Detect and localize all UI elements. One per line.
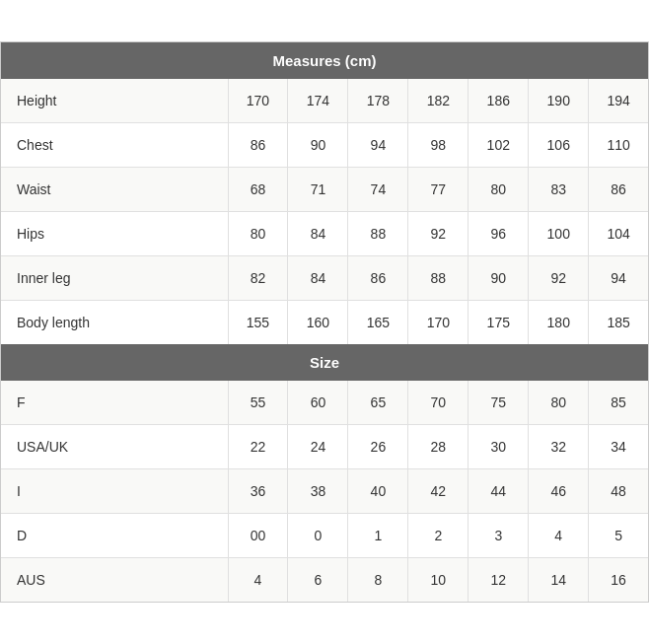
cell-value: 8 bbox=[348, 558, 408, 603]
table-row: Inner leg82848688909294 bbox=[1, 256, 648, 301]
cell-value: 110 bbox=[589, 123, 648, 168]
row-label: Waist bbox=[1, 168, 228, 212]
size-header: Size bbox=[1, 344, 648, 381]
cell-value: 74 bbox=[348, 168, 408, 212]
row-label: F bbox=[1, 381, 228, 425]
cell-value: 42 bbox=[408, 469, 469, 514]
cell-value: 170 bbox=[408, 301, 469, 345]
cell-value: 104 bbox=[589, 212, 648, 256]
table-row: AUS46810121416 bbox=[1, 558, 648, 603]
cell-value: 48 bbox=[589, 469, 648, 514]
cell-value: 92 bbox=[529, 256, 589, 301]
cell-value: 38 bbox=[288, 469, 348, 514]
cell-value: 100 bbox=[529, 212, 589, 256]
cell-value: 70 bbox=[408, 381, 469, 425]
cell-value: 102 bbox=[469, 123, 529, 168]
table-row: Body length155160165170175180185 bbox=[1, 301, 648, 345]
cell-value: 174 bbox=[288, 79, 348, 123]
row-label: AUS bbox=[1, 558, 228, 603]
cell-value: 55 bbox=[228, 381, 288, 425]
cell-value: 194 bbox=[589, 79, 648, 123]
cell-value: 165 bbox=[348, 301, 408, 345]
cell-value: 88 bbox=[408, 256, 469, 301]
cell-value: 68 bbox=[228, 168, 288, 212]
cell-value: 86 bbox=[589, 168, 648, 212]
table-row: Height170174178182186190194 bbox=[1, 79, 648, 123]
cell-value: 182 bbox=[408, 79, 469, 123]
row-label: USA/UK bbox=[1, 425, 228, 469]
cell-value: 86 bbox=[228, 123, 288, 168]
cell-value: 3 bbox=[469, 514, 529, 558]
cell-value: 4 bbox=[529, 514, 589, 558]
row-label: Chest bbox=[1, 123, 228, 168]
table-row: Waist68717477808386 bbox=[1, 168, 648, 212]
cell-value: 170 bbox=[228, 79, 288, 123]
cell-value: 24 bbox=[288, 425, 348, 469]
cell-value: 77 bbox=[408, 168, 469, 212]
row-label: D bbox=[1, 514, 228, 558]
cell-value: 80 bbox=[469, 168, 529, 212]
cell-value: 36 bbox=[228, 469, 288, 514]
cell-value: 4 bbox=[228, 558, 288, 603]
cell-value: 80 bbox=[529, 381, 589, 425]
cell-value: 44 bbox=[469, 469, 529, 514]
cell-value: 88 bbox=[348, 212, 408, 256]
cell-value: 85 bbox=[589, 381, 648, 425]
cell-value: 80 bbox=[228, 212, 288, 256]
cell-value: 40 bbox=[348, 469, 408, 514]
table-row: Chest86909498102106110 bbox=[1, 123, 648, 168]
row-label: Hips bbox=[1, 212, 228, 256]
cell-value: 98 bbox=[408, 123, 469, 168]
cell-value: 190 bbox=[529, 79, 589, 123]
cell-value: 175 bbox=[469, 301, 529, 345]
row-label: I bbox=[1, 469, 228, 514]
row-label: Inner leg bbox=[1, 256, 228, 301]
table-row: F55606570758085 bbox=[1, 381, 648, 425]
cell-value: 2 bbox=[408, 514, 469, 558]
cell-value: 83 bbox=[529, 168, 589, 212]
cell-value: 96 bbox=[469, 212, 529, 256]
cell-value: 84 bbox=[288, 212, 348, 256]
cell-value: 155 bbox=[228, 301, 288, 345]
cell-value: 185 bbox=[589, 301, 648, 345]
cell-value: 92 bbox=[408, 212, 469, 256]
cell-value: 30 bbox=[469, 425, 529, 469]
cell-value: 6 bbox=[288, 558, 348, 603]
cell-value: 65 bbox=[348, 381, 408, 425]
cell-value: 12 bbox=[469, 558, 529, 603]
row-label: Body length bbox=[1, 301, 228, 345]
cell-value: 106 bbox=[529, 123, 589, 168]
cell-value: 180 bbox=[529, 301, 589, 345]
cell-value: 14 bbox=[529, 558, 589, 603]
cell-value: 94 bbox=[589, 256, 648, 301]
cell-value: 178 bbox=[348, 79, 408, 123]
cell-value: 60 bbox=[288, 381, 348, 425]
cell-value: 90 bbox=[288, 123, 348, 168]
cell-value: 26 bbox=[348, 425, 408, 469]
cell-value: 46 bbox=[529, 469, 589, 514]
cell-value: 32 bbox=[529, 425, 589, 469]
cell-value: 186 bbox=[469, 79, 529, 123]
cell-value: 34 bbox=[589, 425, 648, 469]
cell-value: 84 bbox=[288, 256, 348, 301]
cell-value: 86 bbox=[348, 256, 408, 301]
table-row: USA/UK22242628303234 bbox=[1, 425, 648, 469]
table-row: D00012345 bbox=[1, 514, 648, 558]
cell-value: 94 bbox=[348, 123, 408, 168]
cell-value: 5 bbox=[589, 514, 648, 558]
cell-value: 10 bbox=[408, 558, 469, 603]
cell-value: 160 bbox=[288, 301, 348, 345]
table-row: Hips8084889296100104 bbox=[1, 212, 648, 256]
cell-value: 71 bbox=[288, 168, 348, 212]
cell-value: 16 bbox=[589, 558, 648, 603]
row-label: Height bbox=[1, 79, 228, 123]
cell-value: 1 bbox=[348, 514, 408, 558]
cell-value: 90 bbox=[469, 256, 529, 301]
measures-header: Measures (cm) bbox=[1, 42, 648, 79]
cell-value: 22 bbox=[228, 425, 288, 469]
size-chart: Measures (cm)Height170174178182186190194… bbox=[0, 41, 649, 603]
cell-value: 75 bbox=[469, 381, 529, 425]
table-row: I36384042444648 bbox=[1, 469, 648, 514]
cell-value: 82 bbox=[228, 256, 288, 301]
cell-value: 0 bbox=[288, 514, 348, 558]
